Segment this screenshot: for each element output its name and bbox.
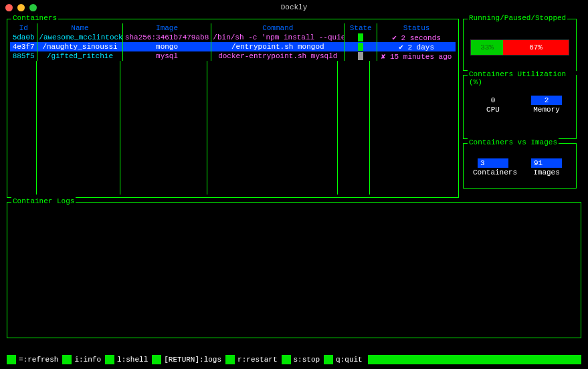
- state-indicator-icon: [358, 33, 363, 41]
- table-row[interactable]: 5da0b/awesome_mcclintocksha256:3461b7479…: [10, 33, 456, 42]
- titlebar: Dockly: [0, 0, 588, 15]
- cell-status: ✔ 2 days: [377, 42, 456, 51]
- memory-label: Memory: [526, 106, 567, 114]
- container-logs-panel: Container Logs: [7, 202, 581, 338]
- table-header-row: Id Name Image Command State Status: [10, 23, 456, 33]
- state-indicator-icon: [358, 52, 363, 60]
- footer-key[interactable]: l:shell: [105, 355, 148, 364]
- key-label: i:info: [74, 356, 101, 364]
- rps-bar: 33% 67%: [470, 39, 569, 55]
- cell-command: docker-entrypoint.sh mysqld: [211, 51, 345, 61]
- cell-id: 4e3f7: [10, 42, 37, 51]
- key-block-icon: [225, 355, 235, 364]
- rps-label: Running/Paused/Stopped: [468, 14, 567, 22]
- images-count-bar: 91 Images: [526, 158, 567, 176]
- cell-command: /bin/sh -c 'npm install --quie: [211, 33, 345, 42]
- key-label: =:refresh: [19, 356, 58, 364]
- footer-key[interactable]: s:stop: [282, 355, 320, 364]
- key-block-icon: [152, 355, 161, 364]
- key-block-icon: [62, 355, 72, 364]
- cell-state: [345, 33, 377, 42]
- cell-image: sha256:3461b7479ab8: [122, 33, 211, 42]
- util-label: Containers Utilization (%): [468, 70, 576, 86]
- containers-table[interactable]: Id Name Image Command State Status 5da0b…: [10, 23, 456, 61]
- th-name: Name: [37, 23, 122, 33]
- logs-label: Container Logs: [11, 197, 76, 205]
- zoom-icon[interactable]: [29, 4, 37, 11]
- key-label: r:restart: [237, 356, 277, 364]
- cvi-label: Containers vs Images: [468, 138, 559, 146]
- key-block-icon: [7, 355, 16, 364]
- key-block-icon: [105, 355, 114, 364]
- images-count: 91: [531, 158, 562, 168]
- containers-panel-label: Containers: [11, 14, 58, 22]
- cell-name: /gifted_ritchie: [37, 51, 122, 61]
- cpu-bar: 0 CPU: [473, 96, 513, 114]
- cell-status: ✘ 15 minutes ago: [377, 51, 456, 61]
- cpu-value: 0: [478, 96, 508, 105]
- rps-running-seg: 33%: [471, 40, 503, 55]
- footer-key[interactable]: r:restart: [225, 355, 277, 364]
- footer-keybar: =:refreshi:infol:shell[RETURN]:logsr:res…: [7, 354, 581, 365]
- cell-name: /naughty_sinoussi: [37, 42, 122, 51]
- cell-image: mongo: [122, 42, 211, 51]
- key-label: l:shell: [117, 356, 148, 364]
- containers-panel: Containers Id Name Image Command State S…: [7, 19, 459, 198]
- cell-id: 5da0b: [10, 33, 37, 42]
- table-row[interactable]: 885f5/gifted_ritchiemysqldocker-entrypoi…: [10, 51, 456, 61]
- memory-bar: 2 Memory: [526, 96, 567, 114]
- table-grid-lines: [10, 61, 456, 195]
- utilization-panel: Containers Utilization (%) 0 CPU 2 Memor…: [463, 75, 577, 139]
- close-icon[interactable]: [5, 4, 13, 11]
- window-controls: [5, 4, 37, 11]
- minimize-icon[interactable]: [17, 4, 25, 11]
- th-command: Command: [211, 23, 345, 33]
- footer-key[interactable]: =:refresh: [7, 355, 58, 364]
- images-count-label: Images: [526, 168, 567, 176]
- running-paused-stopped-panel: Running/Paused/Stopped 33% 67%: [463, 19, 577, 71]
- cell-image: mysql: [122, 51, 211, 61]
- key-block-icon: [324, 355, 333, 364]
- key-label: q:quit: [336, 356, 363, 364]
- footer-key[interactable]: [RETURN]:logs: [152, 355, 221, 364]
- cell-name: /awesome_mcclintock: [37, 33, 122, 42]
- containers-count-label: Containers: [473, 168, 513, 176]
- memory-value: 2: [531, 96, 562, 105]
- th-state: State: [345, 23, 377, 33]
- footer-fill: [368, 355, 581, 364]
- cell-status: ✔ 2 seconds: [377, 33, 456, 42]
- cell-state: [345, 51, 377, 61]
- key-label: [RETURN]:logs: [164, 356, 221, 364]
- app-title: Dockly: [281, 3, 308, 11]
- containers-count-bar: 3 Containers: [473, 158, 513, 176]
- containers-count: 3: [478, 158, 508, 168]
- footer-key[interactable]: i:info: [62, 355, 101, 364]
- th-status: Status: [377, 23, 456, 33]
- containers-vs-images-panel: Containers vs Images 3 Containers 91 Ima…: [463, 143, 577, 189]
- state-indicator-icon: [358, 43, 363, 51]
- th-id: Id: [10, 23, 37, 33]
- th-image: Image: [122, 23, 211, 33]
- cell-id: 885f5: [10, 51, 37, 61]
- cpu-label: CPU: [473, 106, 513, 114]
- table-row[interactable]: 4e3f7/naughty_sinoussimongo/entrypoint.s…: [10, 42, 456, 51]
- cell-command: /entrypoint.sh mongod: [211, 42, 345, 51]
- cell-state: [345, 42, 377, 51]
- rps-stopped-seg: 67%: [503, 40, 569, 55]
- key-label: s:stop: [294, 356, 320, 364]
- footer-key[interactable]: q:quit: [324, 355, 363, 364]
- key-block-icon: [282, 355, 291, 364]
